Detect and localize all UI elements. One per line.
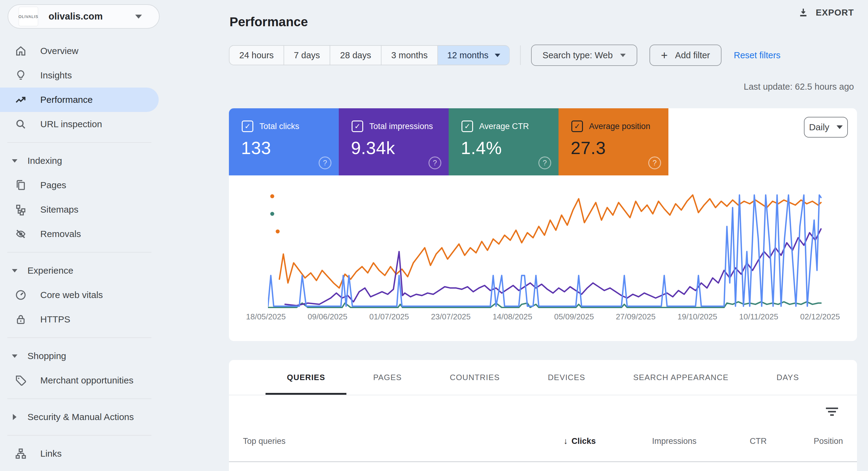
help-icon[interactable]: ? [429, 157, 441, 169]
metric-value: 9.34k [351, 138, 448, 158]
sidebar: OLIVALIS olivalis.com Overview Insights … [0, 0, 165, 471]
metric-card-average-position[interactable]: ✓ Average position 27.3 ? [559, 108, 669, 175]
checkbox-checked-icon[interactable]: ✓ [462, 121, 473, 132]
checkbox-checked-icon[interactable]: ✓ [351, 121, 363, 132]
sidebar-item-links[interactable]: Links [0, 441, 159, 466]
sidebar-item-url-inspection[interactable]: URL inspection [0, 112, 159, 136]
metric-cards-row: ✓ Total clicks 133 ? ✓ Total impressions… [229, 108, 669, 175]
granularity-label: Daily [809, 122, 830, 132]
checkbox-checked-icon[interactable]: ✓ [571, 121, 583, 132]
column-header-position[interactable]: Position [767, 437, 843, 446]
chevron-down-icon [135, 14, 142, 19]
range-label: 12 months [447, 51, 488, 60]
search-type-label: Search type: Web [542, 51, 613, 60]
sidebar-item-label: Sitemaps [40, 204, 79, 215]
export-button[interactable]: EXPORT [798, 7, 854, 18]
x-tick: 23/07/2025 [431, 312, 471, 322]
divider [7, 142, 151, 143]
property-selector[interactable]: OLIVALIS olivalis.com [8, 4, 160, 29]
chart-x-axis: 18/05/2025 09/06/2025 01/07/2025 23/07/2… [246, 312, 840, 322]
sidebar-item-label: HTTPS [40, 314, 70, 325]
section-label: Security & Manual Actions [28, 412, 134, 422]
sidebar-item-overview[interactable]: Overview [0, 39, 159, 63]
search-type-dropdown[interactable]: Search type: Web [531, 44, 637, 66]
add-filter-button[interactable]: + Add filter [649, 44, 722, 66]
x-tick: 27/09/2025 [616, 312, 656, 322]
metric-card-total-clicks[interactable]: ✓ Total clicks 133 ? [229, 108, 339, 175]
column-header-ctr[interactable]: CTR [696, 437, 767, 446]
range-7-days[interactable]: 7 days [284, 45, 330, 65]
tab-search-appearance[interactable]: SEARCH APPEARANCE [612, 360, 750, 395]
lock-icon [14, 313, 27, 326]
metric-label: Average position [589, 122, 650, 131]
date-range-group: 24 hours 7 days 28 days 3 months 12 mont… [229, 45, 510, 65]
lightbulb-icon [14, 69, 27, 81]
sidebar-item-sitemaps[interactable]: Sitemaps [0, 197, 159, 222]
section-label: Indexing [28, 156, 62, 166]
x-tick: 10/11/2025 [739, 312, 778, 322]
sidebar-section-security-manual-actions[interactable]: Security & Manual Actions [0, 405, 159, 429]
metric-card-average-ctr[interactable]: ✓ Average CTR 1.4% ? [448, 108, 559, 175]
sidebar-item-merchant-opportunities[interactable]: Merchant opportunities [0, 368, 159, 393]
column-header-clicks-sorted[interactable]: ↓ Clicks [492, 436, 596, 446]
performance-chart[interactable] [268, 182, 838, 308]
divider [7, 435, 151, 436]
help-icon[interactable]: ? [648, 157, 661, 169]
chevron-right-icon [11, 414, 18, 420]
column-header-top-queries[interactable]: Top queries [243, 437, 492, 446]
sidebar-item-label: Links [40, 448, 62, 459]
range-28-days[interactable]: 28 days [330, 45, 381, 65]
chevron-down-icon [495, 54, 500, 57]
page-title: Performance [229, 14, 308, 29]
sort-desc-icon: ↓ [563, 436, 568, 446]
metric-value: 1.4% [461, 138, 559, 158]
x-tick: 01/07/2025 [369, 312, 409, 322]
sidebar-item-label: Removals [40, 229, 81, 239]
range-12-months[interactable]: 12 months [438, 45, 509, 65]
reset-filters-link[interactable]: Reset filters [734, 51, 780, 60]
x-tick: 18/05/2025 [246, 312, 286, 322]
metric-card-total-impressions[interactable]: ✓ Total impressions 9.34k ? [339, 108, 448, 175]
sidebar-item-https[interactable]: HTTPS [0, 307, 159, 332]
add-filter-label: Add filter [675, 51, 710, 60]
sidebar-item-performance[interactable]: Performance [0, 88, 159, 112]
sidebar-item-pages[interactable]: Pages [0, 173, 159, 197]
section-label: Experience [28, 265, 73, 276]
range-3-months[interactable]: 3 months [381, 45, 438, 65]
x-tick: 05/09/2025 [554, 312, 594, 322]
x-tick: 09/06/2025 [308, 312, 347, 322]
range-24-hours[interactable]: 24 hours [229, 45, 284, 65]
sidebar-item-insights[interactable]: Insights [0, 63, 159, 88]
plus-icon: + [661, 49, 668, 61]
performance-chart-card: ✓ Total clicks 133 ? ✓ Total impressions… [229, 108, 857, 341]
sidebar-section-indexing[interactable]: Indexing [0, 148, 159, 173]
sidebar-nav: Overview Insights Performance URL inspec… [0, 39, 159, 471]
tab-countries[interactable]: COUNTRIES [429, 360, 521, 395]
sidebar-item-removals[interactable]: Removals [0, 222, 159, 246]
filter-icon[interactable] [826, 408, 838, 417]
checkbox-checked-icon[interactable]: ✓ [242, 121, 253, 132]
dimension-tabs: QUERIES PAGES COUNTRIES DEVICES SEARCH A… [229, 360, 857, 395]
help-icon[interactable]: ? [538, 157, 551, 169]
tab-days[interactable]: DAYS [755, 360, 820, 395]
sidebar-item-core-web-vitals[interactable]: Core web vitals [0, 283, 159, 307]
tab-pages[interactable]: PAGES [352, 360, 423, 395]
x-tick: 19/10/2025 [678, 312, 717, 322]
table-header-row: Top queries ↓ Clicks Impressions CTR Pos… [229, 429, 857, 453]
download-icon [798, 7, 809, 18]
column-header-impressions[interactable]: Impressions [596, 437, 696, 446]
home-icon [14, 45, 27, 57]
chevron-down-icon [11, 159, 18, 163]
tab-queries[interactable]: QUERIES [266, 360, 346, 395]
column-label: Clicks [571, 437, 596, 446]
tab-devices[interactable]: DEVICES [526, 360, 607, 395]
search-icon [14, 118, 27, 130]
filter-bar: 24 hours 7 days 28 days 3 months 12 mont… [229, 45, 780, 65]
sidebar-section-experience[interactable]: Experience [0, 258, 159, 283]
dimension-table-card: QUERIES PAGES COUNTRIES DEVICES SEARCH A… [229, 360, 857, 471]
chevron-down-icon [620, 54, 626, 57]
granularity-dropdown[interactable]: Daily [804, 117, 848, 138]
sidebar-section-shopping[interactable]: Shopping [0, 344, 159, 368]
sidebar-item-achievements[interactable]: Achievements [0, 466, 159, 471]
help-icon[interactable]: ? [319, 157, 332, 169]
